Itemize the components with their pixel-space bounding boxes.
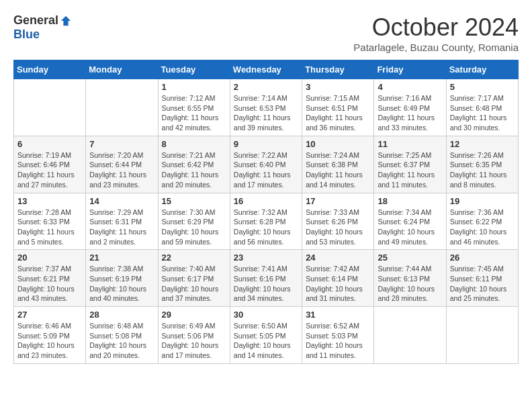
day-number: 7 [89,139,154,149]
table-cell: 27Sunrise: 6:46 AMSunset: 5:09 PMDayligh… [14,307,86,364]
table-cell: 3Sunrise: 7:15 AMSunset: 6:51 PMDaylight… [302,79,374,136]
page-header: General Blue October 2024 Patarlagele, B… [13,13,519,53]
day-number: 28 [89,310,154,320]
day-detail: Sunrise: 6:52 AMSunset: 5:03 PMDaylight:… [306,321,370,361]
header-monday: Monday [86,60,158,79]
day-number: 1 [162,82,226,92]
day-detail: Sunrise: 7:32 AMSunset: 6:28 PMDaylight:… [234,208,298,247]
day-detail: Sunrise: 7:40 AMSunset: 6:17 PMDaylight:… [162,264,226,304]
day-detail: Sunrise: 7:15 AMSunset: 6:51 PMDaylight:… [306,93,370,133]
table-cell: 26Sunrise: 7:45 AMSunset: 6:11 PMDayligh… [446,250,518,307]
day-detail: Sunrise: 7:33 AMSunset: 6:26 PMDaylight:… [306,208,370,247]
table-cell: 25Sunrise: 7:44 AMSunset: 6:13 PMDayligh… [374,250,446,307]
day-number: 11 [378,139,442,149]
table-cell: 9Sunrise: 7:22 AMSunset: 6:40 PMDaylight… [230,136,302,193]
day-number: 9 [234,139,298,149]
month-title: October 2024 [353,13,519,42]
title-section: October 2024 Patarlagele, Buzau County, … [353,13,519,53]
day-detail: Sunrise: 7:17 AMSunset: 6:48 PMDaylight:… [450,93,515,133]
table-cell [374,307,446,364]
logo: General Blue [13,13,72,42]
day-detail: Sunrise: 6:50 AMSunset: 5:05 PMDaylight:… [234,321,298,361]
day-detail: Sunrise: 7:38 AMSunset: 6:19 PMDaylight:… [89,264,154,304]
day-detail: Sunrise: 7:28 AMSunset: 6:33 PMDaylight:… [17,208,82,247]
day-number: 26 [450,253,515,263]
day-number: 8 [162,139,226,149]
calendar-week-5: 27Sunrise: 6:46 AMSunset: 5:09 PMDayligh… [14,307,519,364]
day-detail: Sunrise: 7:42 AMSunset: 6:14 PMDaylight:… [306,264,370,304]
table-cell: 15Sunrise: 7:30 AMSunset: 6:29 PMDayligh… [158,193,230,250]
table-cell: 30Sunrise: 6:50 AMSunset: 5:05 PMDayligh… [230,307,302,364]
day-number: 4 [378,82,442,92]
day-detail: Sunrise: 7:21 AMSunset: 6:42 PMDaylight:… [162,150,226,190]
table-cell: 23Sunrise: 7:41 AMSunset: 6:16 PMDayligh… [230,250,302,307]
day-detail: Sunrise: 7:14 AMSunset: 6:53 PMDaylight:… [234,93,298,133]
table-cell: 29Sunrise: 6:49 AMSunset: 5:06 PMDayligh… [158,307,230,364]
calendar-week-4: 20Sunrise: 7:37 AMSunset: 6:21 PMDayligh… [14,250,519,307]
logo-icon [60,15,72,27]
header-wednesday: Wednesday [230,60,302,79]
day-detail: Sunrise: 7:26 AMSunset: 6:35 PMDaylight:… [450,150,515,190]
calendar-week-3: 13Sunrise: 7:28 AMSunset: 6:33 PMDayligh… [14,193,519,250]
day-number: 25 [378,253,442,263]
table-cell: 13Sunrise: 7:28 AMSunset: 6:33 PMDayligh… [14,193,86,250]
table-cell [14,79,86,136]
table-cell: 24Sunrise: 7:42 AMSunset: 6:14 PMDayligh… [302,250,374,307]
day-number: 2 [234,82,298,92]
logo-blue: Blue [13,28,40,42]
day-detail: Sunrise: 7:36 AMSunset: 6:22 PMDaylight:… [450,208,515,247]
logo-general: General [13,13,58,28]
day-number: 31 [306,310,370,320]
day-number: 22 [162,253,226,263]
day-number: 19 [450,196,515,206]
day-detail: Sunrise: 7:34 AMSunset: 6:24 PMDaylight:… [378,208,442,247]
day-number: 18 [378,196,442,206]
day-detail: Sunrise: 7:45 AMSunset: 6:11 PMDaylight:… [450,264,515,304]
table-cell: 21Sunrise: 7:38 AMSunset: 6:19 PMDayligh… [86,250,158,307]
calendar-header-row: SundayMondayTuesdayWednesdayThursdayFrid… [14,60,519,79]
table-cell: 2Sunrise: 7:14 AMSunset: 6:53 PMDaylight… [230,79,302,136]
day-number: 15 [162,196,226,206]
header-friday: Friday [374,60,446,79]
table-cell: 12Sunrise: 7:26 AMSunset: 6:35 PMDayligh… [446,136,518,193]
table-cell [86,79,158,136]
table-cell: 17Sunrise: 7:33 AMSunset: 6:26 PMDayligh… [302,193,374,250]
day-detail: Sunrise: 7:19 AMSunset: 6:46 PMDaylight:… [17,150,82,190]
day-detail: Sunrise: 7:41 AMSunset: 6:16 PMDaylight:… [234,264,298,304]
table-cell: 20Sunrise: 7:37 AMSunset: 6:21 PMDayligh… [14,250,86,307]
day-detail: Sunrise: 7:12 AMSunset: 6:55 PMDaylight:… [162,93,226,133]
svg-marker-0 [61,15,71,25]
table-cell: 7Sunrise: 7:20 AMSunset: 6:44 PMDaylight… [86,136,158,193]
day-number: 23 [234,253,298,263]
table-cell: 5Sunrise: 7:17 AMSunset: 6:48 PMDaylight… [446,79,518,136]
table-cell: 19Sunrise: 7:36 AMSunset: 6:22 PMDayligh… [446,193,518,250]
table-cell: 31Sunrise: 6:52 AMSunset: 5:03 PMDayligh… [302,307,374,364]
day-number: 12 [450,139,515,149]
table-cell: 18Sunrise: 7:34 AMSunset: 6:24 PMDayligh… [374,193,446,250]
day-number: 6 [17,139,82,149]
table-cell: 6Sunrise: 7:19 AMSunset: 6:46 PMDaylight… [14,136,86,193]
table-cell: 11Sunrise: 7:25 AMSunset: 6:37 PMDayligh… [374,136,446,193]
day-detail: Sunrise: 7:20 AMSunset: 6:44 PMDaylight:… [89,150,154,190]
location-title: Patarlagele, Buzau County, Romania [353,42,519,53]
table-cell [446,307,518,364]
day-detail: Sunrise: 7:29 AMSunset: 6:31 PMDaylight:… [89,208,154,247]
header-sunday: Sunday [14,60,86,79]
header-tuesday: Tuesday [158,60,230,79]
day-number: 21 [89,253,154,263]
day-detail: Sunrise: 7:30 AMSunset: 6:29 PMDaylight:… [162,208,226,247]
day-detail: Sunrise: 6:49 AMSunset: 5:06 PMDaylight:… [162,321,226,361]
day-detail: Sunrise: 6:46 AMSunset: 5:09 PMDaylight:… [17,321,82,361]
day-detail: Sunrise: 7:25 AMSunset: 6:37 PMDaylight:… [378,150,442,190]
table-cell: 4Sunrise: 7:16 AMSunset: 6:49 PMDaylight… [374,79,446,136]
day-number: 16 [234,196,298,206]
day-detail: Sunrise: 7:37 AMSunset: 6:21 PMDaylight:… [17,264,82,304]
day-detail: Sunrise: 7:22 AMSunset: 6:40 PMDaylight:… [234,150,298,190]
day-number: 29 [162,310,226,320]
day-number: 20 [17,253,82,263]
day-number: 3 [306,82,370,92]
day-number: 14 [89,196,154,206]
calendar-table: SundayMondayTuesdayWednesdayThursdayFrid… [13,60,519,364]
header-saturday: Saturday [446,60,518,79]
day-detail: Sunrise: 6:48 AMSunset: 5:08 PMDaylight:… [89,321,154,361]
